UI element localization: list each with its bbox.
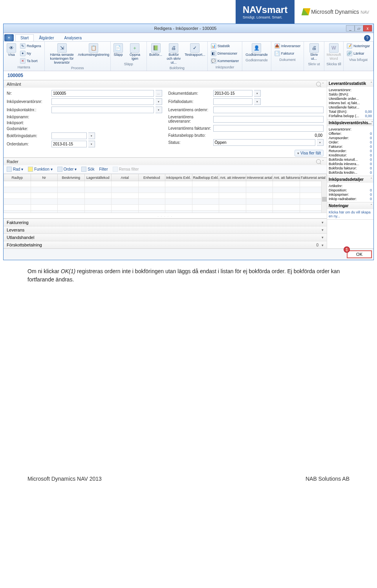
ok-button[interactable]: OK [347,250,372,258]
tab-start[interactable]: Start [15,34,34,41]
input-inkopslev[interactable] [51,98,154,105]
release-icon: 📄 [113,43,123,53]
rensa-filter-button[interactable]: Rensa filter [111,166,141,173]
kommentarer-button[interactable]: 💬Kommentarer [209,57,241,64]
fasttab-summary-forskott: 0 [316,243,318,247]
restore-button[interactable]: ▱ [355,25,363,31]
table-row[interactable] [4,187,327,193]
dd-orderdatum[interactable]: ▾ [88,141,95,147]
factbox-header-levstat[interactable]: Leverantörsstatistikˆ [327,80,373,87]
dd-inkopslev[interactable]: ▾ [156,98,162,105]
column-header[interactable]: Ant. att inlevereras [219,174,246,181]
resize-handle[interactable]: . . . . . [4,213,327,218]
inleveranser-button[interactable]: 📥Inleveranser [273,42,302,50]
factbox-note-hint[interactable]: Klicka här om du vill skapa en ny... [327,209,373,219]
show-more-fields-button[interactable]: ▾Visa fler fält [295,150,324,156]
lankar-button[interactable]: 🔗Länkar [345,50,372,57]
noteringar-button[interactable]: 📝Noteringar [345,42,372,50]
input-levutlev[interactable] [213,116,324,123]
column-header[interactable]: Radtyp [4,174,31,181]
input-forfallo[interactable] [213,98,253,105]
input-status[interactable] [213,139,316,146]
redigera-button[interactable]: ✎Redigera [18,42,43,50]
column-header[interactable]: Inköpspris Exkl. moms [165,174,192,181]
skrivut-button[interactable]: 🖨Skriv ut... [306,42,322,61]
fasttab-utlandshandel[interactable]: Utlandshandel▾ [4,233,327,241]
callout-marker-1: 1 [344,246,350,253]
column-header[interactable]: Nr [31,174,58,181]
column-header[interactable]: Inlevererat antal [246,174,273,181]
table-row[interactable] [4,199,327,205]
search-icon[interactable] [316,82,321,86]
slapp-button[interactable]: 📄Släpp [112,42,124,57]
nav-jewel-icon[interactable]: ▾ [4,34,14,41]
minimize-button[interactable]: _ [346,25,355,31]
factbox-row: Saldo (BVA): [329,92,372,96]
scrollbar-thumb[interactable] [322,197,327,202]
table-row[interactable] [4,205,327,211]
funktion-menu-button[interactable]: Funktion ▾ [26,166,54,173]
search-icon[interactable] [316,159,321,164]
order-menu-button[interactable]: Order ▾ [56,166,79,173]
column-header[interactable]: Fakturerat antal [300,174,327,181]
fasttab-header-rader[interactable]: Rader ˆ [4,158,327,165]
ribbon-group-visabifogat: 📝Noteringar 🔗Länkar Visa bifogat [344,42,373,71]
tab-analysera[interactable]: Analysera [59,34,86,41]
dd-forfallo[interactable]: ▾ [254,98,261,105]
column-header[interactable]: Lagerställekod [84,174,112,181]
dd-status[interactable]: ▾ [317,139,324,146]
lookup-nr[interactable]: … [156,90,162,97]
approval-icon: 👤 [252,43,261,53]
bokfor-button[interactable]: 📗Bokför... [148,42,163,57]
statistik-button[interactable]: 📊Statistik [209,42,241,50]
factbox-row: Bokförda returutl...0 [329,158,372,162]
column-header[interactable]: Antal [112,174,139,181]
dd-inkopskontakt[interactable]: ▾ [156,107,162,113]
table-row[interactable] [4,181,327,187]
tab-atgarder[interactable]: Åtgärder [34,34,59,41]
bokforoch-button[interactable]: 🖨Bokför och skriv ut... [164,42,183,65]
help-icon[interactable]: ? [364,35,370,41]
factbox-row: Inköpspriser:0 [329,193,372,197]
dd-bokforingsdatum[interactable]: ▾ [88,132,95,139]
fasttab-leverans[interactable]: Leverans▾ [4,226,327,233]
visa-button[interactable]: 👁Visa [5,42,18,57]
hamta-button[interactable]: ⇲Hämta senaste konteringen för leverantö… [46,42,78,65]
close-button[interactable]: x [363,25,372,31]
table-row[interactable] [4,211,327,213]
lines-scrollbar[interactable] [321,181,327,213]
column-header[interactable]: Ant. att fakturera [273,174,300,181]
sok-button[interactable]: Sök [80,166,96,173]
factbox-header-noteringar[interactable]: Noteringarˆ [327,202,373,209]
testrapport-button[interactable]: ✓Testrapport... [184,42,206,57]
fasttab-forskott[interactable]: Förskottsbetalning0▾ [4,241,327,248]
column-header[interactable]: Radbelopp Exkl. moms [192,174,219,181]
input-levfakt[interactable] [213,125,324,132]
rad-menu-button[interactable]: Rad ▾ [5,166,25,173]
input-orderdatum[interactable] [51,141,87,147]
input-levorder[interactable] [213,107,324,113]
column-header[interactable]: Enhetskod [138,174,165,181]
ny-button[interactable]: ✦Ny [18,50,43,57]
fakturor-button[interactable]: 📄Fakturor [273,50,302,57]
word-button[interactable]: WMicrosoft Word [326,42,342,61]
godkannande-button[interactable]: 👤Godkännande [244,42,269,57]
tabort-button[interactable]: ✕Ta bort [18,57,43,64]
input-bokforingsdatum[interactable] [51,132,87,139]
lines-grid[interactable]: RadtypNrBeskrivningLagerställekodAntalEn… [4,174,327,213]
ankomst-button[interactable]: 📋Ankomstregistrering [79,42,109,57]
ribbon-group-godkannande: 👤Godkännande Godkännande [242,42,271,71]
factbox-header-raddetaljer[interactable]: Inköpsradsdetaljerˆ [327,176,373,183]
filter-button[interactable]: Filter [98,166,110,173]
dd-dokdat[interactable]: ▾ [254,90,261,97]
column-header[interactable]: Beskrivning [58,174,85,181]
input-inkopskontakt[interactable] [51,107,154,113]
factbox-header-levhist[interactable]: Inköpsleverantörshis...ˆ [327,119,373,126]
dimensioner-button[interactable]: ◧Dimensioner [209,50,241,57]
input-dokdat[interactable] [213,90,253,97]
fasttab-fakturering[interactable]: Fakturering▾ [4,219,327,226]
table-row[interactable] [4,193,327,199]
input-nr[interactable] [51,90,154,97]
oppnaigen-button[interactable]: ＋Öppna igen [125,42,145,61]
fasttab-header-allmant[interactable]: Allmänt ˆ [4,80,327,88]
